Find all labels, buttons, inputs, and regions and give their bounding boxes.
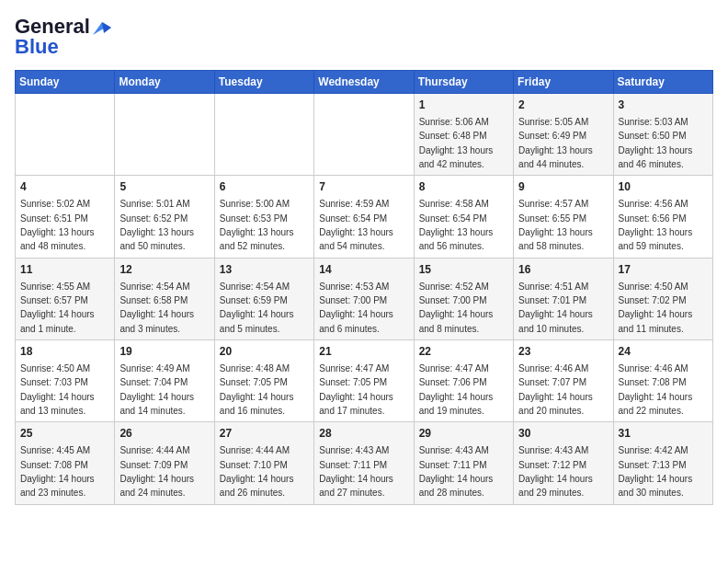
day-info: Sunrise: 5:03 AM Sunset: 6:50 PM Dayligh… — [619, 117, 693, 169]
calendar-cell: 16Sunrise: 4:51 AM Sunset: 7:01 PM Dayli… — [514, 258, 613, 339]
day-info: Sunrise: 4:46 AM Sunset: 7:07 PM Dayligh… — [518, 363, 593, 416]
calendar-cell: 19Sunrise: 4:49 AM Sunset: 7:04 PM Dayli… — [115, 340, 214, 422]
calendar-cell — [214, 94, 313, 176]
day-info: Sunrise: 4:47 AM Sunset: 7:06 PM Dayligh… — [419, 363, 494, 416]
header-wednesday: Wednesday — [314, 71, 414, 94]
day-info: Sunrise: 4:47 AM Sunset: 7:05 PM Dayligh… — [319, 363, 393, 416]
day-info: Sunrise: 4:57 AM Sunset: 6:55 PM Dayligh… — [518, 199, 593, 251]
week-row-2: 4Sunrise: 5:02 AM Sunset: 6:51 PM Daylig… — [16, 176, 713, 258]
day-number: 20 — [220, 344, 309, 360]
day-number: 4 — [20, 179, 109, 195]
day-number: 12 — [119, 262, 209, 278]
day-number: 5 — [119, 179, 209, 195]
calendar-cell: 24Sunrise: 4:46 AM Sunset: 7:08 PM Dayli… — [613, 340, 712, 422]
header-sunday: Sunday — [16, 71, 115, 94]
day-info: Sunrise: 4:45 AM Sunset: 7:08 PM Dayligh… — [20, 445, 95, 498]
week-row-4: 18Sunrise: 4:50 AM Sunset: 7:03 PM Dayli… — [16, 340, 713, 422]
week-row-1: 1Sunrise: 5:06 AM Sunset: 6:48 PM Daylig… — [16, 94, 713, 176]
day-number: 11 — [20, 262, 109, 278]
calendar-cell: 26Sunrise: 4:44 AM Sunset: 7:09 PM Dayli… — [115, 422, 214, 504]
calendar-cell: 12Sunrise: 4:54 AM Sunset: 6:58 PM Dayli… — [115, 258, 214, 339]
calendar-cell: 20Sunrise: 4:48 AM Sunset: 7:05 PM Dayli… — [214, 340, 313, 422]
calendar-cell: 28Sunrise: 4:43 AM Sunset: 7:11 PM Dayli… — [314, 422, 414, 504]
day-number: 17 — [619, 262, 708, 278]
calendar-cell: 15Sunrise: 4:52 AM Sunset: 7:00 PM Dayli… — [414, 258, 513, 339]
svg-marker-1 — [102, 22, 111, 33]
day-number: 21 — [319, 344, 408, 360]
calendar-cell: 9Sunrise: 4:57 AM Sunset: 6:55 PM Daylig… — [514, 176, 613, 258]
day-number: 27 — [220, 426, 309, 442]
week-row-5: 25Sunrise: 4:45 AM Sunset: 7:08 PM Dayli… — [16, 422, 713, 504]
header-saturday: Saturday — [613, 71, 712, 94]
day-number: 9 — [518, 179, 608, 195]
calendar-cell: 5Sunrise: 5:01 AM Sunset: 6:52 PM Daylig… — [115, 176, 214, 258]
header-thursday: Thursday — [414, 71, 513, 94]
day-number: 22 — [419, 344, 508, 360]
day-info: Sunrise: 4:43 AM Sunset: 7:12 PM Dayligh… — [518, 445, 593, 498]
header-tuesday: Tuesday — [214, 71, 313, 94]
day-info: Sunrise: 5:02 AM Sunset: 6:51 PM Dayligh… — [20, 199, 95, 251]
day-info: Sunrise: 4:55 AM Sunset: 6:57 PM Dayligh… — [20, 282, 95, 334]
calendar-cell: 8Sunrise: 4:58 AM Sunset: 6:54 PM Daylig… — [414, 176, 513, 258]
calendar-cell: 18Sunrise: 4:50 AM Sunset: 7:03 PM Dayli… — [16, 340, 115, 422]
day-number: 26 — [119, 426, 209, 442]
calendar-cell: 31Sunrise: 4:42 AM Sunset: 7:13 PM Dayli… — [613, 422, 712, 504]
day-info: Sunrise: 5:05 AM Sunset: 6:49 PM Dayligh… — [518, 117, 593, 169]
day-number: 6 — [220, 179, 309, 195]
page-header: General Blue — [15, 15, 713, 59]
day-number: 7 — [319, 179, 408, 195]
day-info: Sunrise: 4:43 AM Sunset: 7:11 PM Dayligh… — [419, 445, 494, 498]
day-number: 24 — [619, 344, 708, 360]
day-info: Sunrise: 4:44 AM Sunset: 7:09 PM Dayligh… — [119, 445, 194, 498]
day-info: Sunrise: 4:42 AM Sunset: 7:13 PM Dayligh… — [619, 445, 693, 498]
day-number: 25 — [20, 426, 109, 442]
day-info: Sunrise: 4:58 AM Sunset: 6:54 PM Dayligh… — [419, 199, 494, 251]
day-info: Sunrise: 4:53 AM Sunset: 7:00 PM Dayligh… — [319, 282, 393, 334]
day-number: 2 — [518, 98, 608, 113]
day-info: Sunrise: 4:43 AM Sunset: 7:11 PM Dayligh… — [319, 445, 393, 498]
day-info: Sunrise: 4:48 AM Sunset: 7:05 PM Dayligh… — [220, 363, 294, 416]
calendar-cell: 13Sunrise: 4:54 AM Sunset: 6:59 PM Dayli… — [214, 258, 313, 339]
calendar-table: SundayMondayTuesdayWednesdayThursdayFrid… — [15, 70, 713, 505]
day-number: 1 — [419, 98, 508, 113]
day-info: Sunrise: 4:56 AM Sunset: 6:56 PM Dayligh… — [619, 199, 693, 251]
calendar-cell — [115, 94, 214, 176]
calendar-cell: 29Sunrise: 4:43 AM Sunset: 7:11 PM Dayli… — [414, 422, 513, 504]
day-info: Sunrise: 4:54 AM Sunset: 6:59 PM Dayligh… — [220, 282, 294, 334]
header-monday: Monday — [115, 71, 214, 94]
day-info: Sunrise: 4:51 AM Sunset: 7:01 PM Dayligh… — [518, 282, 593, 334]
day-number: 8 — [419, 179, 508, 195]
calendar-cell: 1Sunrise: 5:06 AM Sunset: 6:48 PM Daylig… — [414, 94, 513, 176]
calendar-cell — [16, 94, 115, 176]
logo-bird-icon — [91, 20, 111, 37]
day-info: Sunrise: 4:54 AM Sunset: 6:58 PM Dayligh… — [119, 282, 194, 334]
day-number: 10 — [619, 179, 708, 195]
day-info: Sunrise: 4:50 AM Sunset: 7:02 PM Dayligh… — [619, 282, 693, 334]
calendar-cell: 17Sunrise: 4:50 AM Sunset: 7:02 PM Dayli… — [613, 258, 712, 339]
day-number: 14 — [319, 262, 408, 278]
day-number: 29 — [419, 426, 508, 442]
day-info: Sunrise: 4:44 AM Sunset: 7:10 PM Dayligh… — [220, 445, 294, 498]
calendar-cell: 27Sunrise: 4:44 AM Sunset: 7:10 PM Dayli… — [214, 422, 313, 504]
calendar-cell: 6Sunrise: 5:00 AM Sunset: 6:53 PM Daylig… — [214, 176, 313, 258]
logo: General Blue — [15, 15, 111, 59]
calendar-cell: 14Sunrise: 4:53 AM Sunset: 7:00 PM Dayli… — [314, 258, 414, 339]
day-info: Sunrise: 5:00 AM Sunset: 6:53 PM Dayligh… — [220, 199, 294, 251]
calendar-cell: 2Sunrise: 5:05 AM Sunset: 6:49 PM Daylig… — [514, 94, 613, 176]
day-info: Sunrise: 5:01 AM Sunset: 6:52 PM Dayligh… — [119, 199, 194, 251]
day-info: Sunrise: 5:06 AM Sunset: 6:48 PM Dayligh… — [419, 117, 494, 169]
calendar-cell: 30Sunrise: 4:43 AM Sunset: 7:12 PM Dayli… — [514, 422, 613, 504]
day-number: 13 — [220, 262, 309, 278]
header-friday: Friday — [514, 71, 613, 94]
day-number: 18 — [20, 344, 109, 360]
day-number: 30 — [518, 426, 608, 442]
calendar-cell: 11Sunrise: 4:55 AM Sunset: 6:57 PM Dayli… — [16, 258, 115, 339]
calendar-cell: 23Sunrise: 4:46 AM Sunset: 7:07 PM Dayli… — [514, 340, 613, 422]
calendar-cell: 4Sunrise: 5:02 AM Sunset: 6:51 PM Daylig… — [16, 176, 115, 258]
calendar-cell — [314, 94, 414, 176]
day-number: 23 — [518, 344, 608, 360]
day-info: Sunrise: 4:59 AM Sunset: 6:54 PM Dayligh… — [319, 199, 393, 251]
calendar-cell: 25Sunrise: 4:45 AM Sunset: 7:08 PM Dayli… — [16, 422, 115, 504]
day-info: Sunrise: 4:50 AM Sunset: 7:03 PM Dayligh… — [20, 363, 95, 416]
calendar-cell: 10Sunrise: 4:56 AM Sunset: 6:56 PM Dayli… — [613, 176, 712, 258]
